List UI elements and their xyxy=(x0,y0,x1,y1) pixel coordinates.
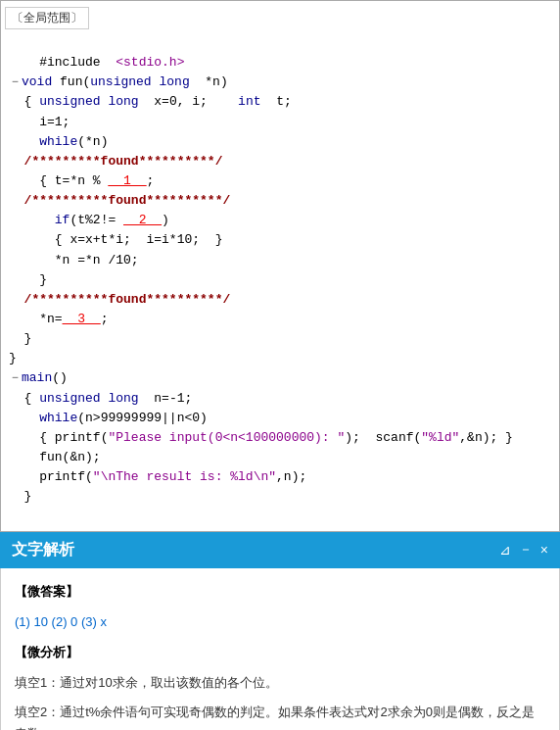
line-cbrace4: } xyxy=(9,351,17,365)
line-brace3: } xyxy=(9,331,31,346)
line-nassign: *n=__3__; xyxy=(9,312,108,326)
analysis-2: 填空2：通过t%余件语句可实现奇偶数的判定。如果条件表达式对2求余为0则是偶数，… xyxy=(15,702,545,730)
scope-label: 〔全局范围〕 xyxy=(1,5,559,33)
answer-value: (1) 10 (2) 0 (3) x xyxy=(15,614,107,629)
line-main-open: { unsigned long n=-1; xyxy=(9,391,192,406)
line-ndiv10: *n =*n /10; xyxy=(9,253,139,268)
panel-header: 文字解析 ⊿ － × xyxy=(0,532,560,568)
answer-value-row: (1) 10 (2) 0 (3) x xyxy=(15,610,545,633)
minimize-icon[interactable]: － xyxy=(519,541,533,559)
line-printf1: { printf("Please input(0<n<100000000): "… xyxy=(9,430,513,445)
line-brace2: } xyxy=(9,272,47,287)
pin-icon[interactable]: ⊿ xyxy=(499,542,511,558)
code-container: 〔全局范围〕 #include <stdio.h> －void fun(unsi… xyxy=(0,0,560,532)
line-include: #include <stdio.h> xyxy=(9,55,184,70)
line-void-fun: －void fun(unsigned long *n) xyxy=(9,74,228,89)
analysis-panel: 文字解析 ⊿ － × 【微答案】 (1) 10 (2) 0 (3) x 【微分析… xyxy=(0,532,560,730)
line-i1: i=1; xyxy=(9,115,70,129)
line-fun-call: fun(&n); xyxy=(9,450,101,464)
panel-title: 文字解析 xyxy=(12,540,74,560)
code-block: #include <stdio.h> －void fun(unsigned lo… xyxy=(1,33,559,527)
line-main: －main() xyxy=(9,370,68,385)
line-printf2: printf("\nThe result is: %ld\n",n); xyxy=(9,469,306,484)
micro-analysis-section: 【微分析】 xyxy=(15,641,545,663)
panel-header-icons: ⊿ － × xyxy=(499,541,548,559)
line-xti: { x=x+t*i; i=i*10; } xyxy=(9,232,222,247)
micro-answer-section: 【微答案】 xyxy=(15,580,545,603)
analysis-1: 填空1：通过对10求余，取出该数值的各个位。 xyxy=(15,672,545,694)
line-main-close: } xyxy=(9,489,31,504)
panel-body: 【微答案】 (1) 10 (2) 0 (3) x 【微分析】 填空1：通过对10… xyxy=(0,568,560,730)
line-brace1: { unsigned long x=0, i; int t; xyxy=(9,94,292,109)
close-icon[interactable]: × xyxy=(540,542,548,558)
micro-analysis-label: 【微分析】 xyxy=(15,645,78,659)
line-while1: while(*n) xyxy=(9,134,108,149)
line-if: if(t%2!= __2__) xyxy=(9,213,169,227)
line-while2: while(n>99999999||n<0) xyxy=(9,411,208,425)
line-found1: /*********found**********/ xyxy=(9,154,222,169)
micro-answer-label: 【微答案】 xyxy=(15,584,78,599)
line-found2: /**********found**********/ xyxy=(9,193,230,208)
line-t-assign: { t=*n % __1__; xyxy=(9,173,154,188)
line-found3: /**********found**********/ xyxy=(9,292,230,307)
